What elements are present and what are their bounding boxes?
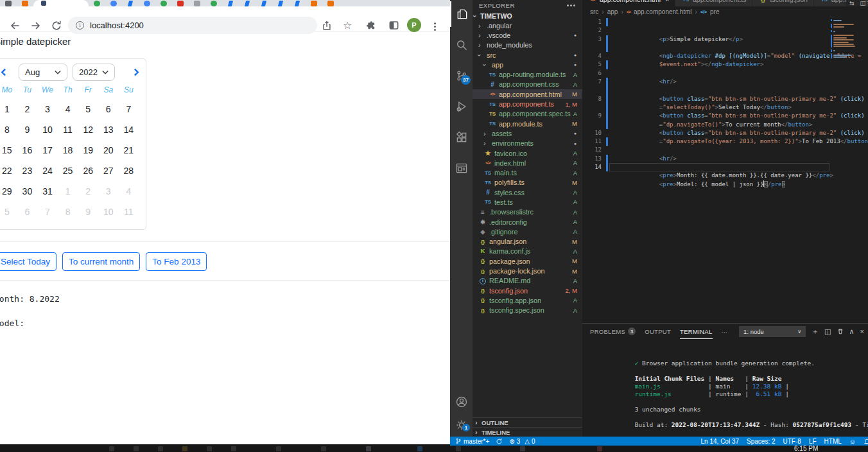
calendar-day[interactable]: 30 — [17, 181, 38, 202]
calendar-day[interactable]: 8 — [58, 202, 78, 222]
calendar-day[interactable]: 18 — [58, 140, 78, 161]
sync-icon[interactable] — [496, 438, 503, 445]
editor-tab[interactable]: app.component.html × — [582, 0, 675, 6]
taskbar-app-icon[interactable] — [417, 446, 422, 451]
timeline-section[interactable]: TIMELINE — [473, 427, 582, 437]
calendar-day[interactable]: 25 — [58, 161, 78, 181]
calendar-day[interactable]: 6 — [17, 202, 38, 222]
calendar-day[interactable]: 21 — [119, 140, 139, 161]
source-control-icon[interactable] — [450, 63, 473, 89]
calendar-day[interactable]: 2 — [17, 99, 38, 119]
breadcrumb-item[interactable]: app — [607, 8, 618, 15]
datepicker-action-button[interactable]: To current month — [62, 252, 140, 271]
eol[interactable]: LF — [809, 438, 817, 445]
split-terminal-icon[interactable]: ◫ — [824, 327, 831, 336]
browser-tab-strip[interactable] — [0, 0, 450, 6]
browser-tab-favicon[interactable] — [128, 1, 133, 6]
calendar-day[interactable]: 16 — [17, 140, 38, 161]
kill-terminal-icon[interactable] — [837, 328, 844, 335]
taskbar-app-icon[interactable] — [276, 446, 281, 451]
explorer-item[interactable]: tsconfig.spec.json A ● — [473, 306, 582, 315]
explorer-item[interactable]: .editorconfig A ● — [473, 217, 582, 227]
browser-tab-favicon[interactable] — [228, 1, 233, 6]
notifications-bell-icon[interactable] — [864, 438, 868, 445]
calendar-day[interactable]: 10 — [98, 202, 119, 222]
browser-tab-favicon[interactable] — [5, 1, 12, 6]
explorer-item[interactable]: README.md A ● — [473, 276, 582, 286]
back-icon[interactable] — [9, 20, 21, 31]
calendar-day[interactable]: 24 — [37, 161, 58, 181]
taskbar-app-icon[interactable] — [134, 446, 139, 451]
explorer-item[interactable]: app ● — [473, 60, 582, 69]
problems-item[interactable]: ⊗ 3 △ 0 — [509, 438, 535, 445]
datepicker-action-button[interactable]: Select Today — [0, 252, 56, 271]
calendar-day[interactable]: 9 — [17, 119, 38, 140]
calendar-day[interactable]: 22 — [0, 161, 17, 181]
calendar-day[interactable]: 12 — [78, 119, 98, 140]
code-editor[interactable]: 1 <p>Simple datepicker</p> 2 — [582, 17, 868, 323]
browser-tab-favicon[interactable] — [327, 1, 334, 6]
explorer-item[interactable]: favicon.ico A ● — [473, 148, 582, 158]
feedback-icon[interactable]: ☺ — [849, 438, 856, 445]
calendar-day[interactable]: 14 — [119, 119, 139, 140]
search-icon[interactable] — [450, 32, 473, 58]
calendar-day[interactable]: 28 — [119, 161, 139, 181]
browser-tab-favicon[interactable] — [22, 1, 28, 6]
calendar-day[interactable]: 10 — [37, 119, 58, 140]
live-preview-icon[interactable] — [450, 155, 473, 181]
explorer-item[interactable]: tsconfig.json 2, M ● — [473, 286, 582, 295]
calendar-day[interactable]: 27 — [98, 161, 119, 181]
calendar-day[interactable]: 1 — [58, 181, 78, 202]
explorer-item[interactable]: styles.css A ● — [473, 187, 582, 197]
calendar-day[interactable]: 23 — [17, 161, 38, 181]
explorer-item[interactable]: test.ts A ● — [473, 197, 582, 207]
side-panel-icon[interactable] — [388, 20, 399, 31]
next-month-icon[interactable] — [128, 65, 143, 80]
project-root[interactable]: TIMETWO — [473, 11, 582, 21]
explorer-item[interactable]: .gitignore A ● — [473, 227, 582, 236]
calendar-day[interactable]: 5 — [78, 99, 98, 119]
terminal-output[interactable]: ✓ Browser application bundle generation … — [582, 339, 868, 437]
calendar-day[interactable]: 17 — [37, 140, 58, 161]
calendar-day[interactable]: 29 — [0, 181, 17, 202]
explorer-item[interactable]: package-lock.json M ● — [473, 266, 582, 275]
explorer-item[interactable]: app.component.spec.ts A ● — [473, 109, 582, 119]
browser-tab-favicon[interactable] — [177, 1, 184, 6]
year-select[interactable]: 2022 — [73, 64, 115, 81]
datepicker-action-button[interactable]: To Feb 2013 — [146, 252, 207, 271]
browser-tab-favicon[interactable] — [261, 1, 266, 6]
explorer-item[interactable]: environments ● — [473, 139, 582, 148]
taskbar-app-icon[interactable] — [456, 446, 461, 451]
editor-tab[interactable]: tsconfig.json — [752, 0, 813, 6]
month-select[interactable]: Aug — [19, 64, 67, 81]
maximize-panel-icon[interactable]: ∧ — [849, 327, 855, 336]
calendar-day[interactable]: 13 — [98, 119, 119, 140]
taskbar-app-icon[interactable] — [231, 446, 236, 451]
extensions-icon[interactable] — [450, 125, 473, 150]
share-icon[interactable] — [321, 20, 333, 31]
explorer-item[interactable]: node_modules ● — [473, 40, 582, 50]
calendar-day[interactable]: 20 — [98, 140, 119, 161]
calendar-day[interactable]: 8 — [0, 119, 17, 140]
calendar-day[interactable]: 3 — [98, 181, 119, 202]
indentation[interactable]: Spaces: 2 — [747, 438, 775, 445]
panel-tab[interactable]: TERMINAL — [680, 324, 712, 339]
breadcrumb-item[interactable]: src — [590, 8, 598, 15]
calendar-day[interactable]: 15 — [0, 140, 17, 161]
address-bar[interactable]: i localhost:4200 — [68, 17, 317, 34]
calendar-day[interactable]: 26 — [78, 161, 98, 181]
browser-tab-favicon[interactable] — [245, 1, 250, 6]
panel-tab[interactable]: OUTPUT — [645, 324, 671, 339]
close-panel-icon[interactable]: × — [860, 327, 864, 335]
explorer-item[interactable]: .angular ● — [473, 21, 582, 30]
prev-month-icon[interactable] — [0, 65, 11, 80]
browser-tab-favicon[interactable] — [144, 1, 150, 6]
explorer-item[interactable]: app.module.ts M ● — [473, 119, 582, 128]
language-mode[interactable]: HTML — [824, 438, 842, 445]
explorer-icon[interactable] — [450, 1, 473, 27]
explorer-item[interactable]: app-routing.module.ts A ● — [473, 69, 582, 79]
account-icon[interactable] — [450, 389, 473, 415]
browser-tab-favicon[interactable] — [94, 1, 100, 6]
explorer-item[interactable]: src ● — [473, 50, 582, 60]
explorer-item[interactable]: main.ts A ● — [473, 168, 582, 177]
